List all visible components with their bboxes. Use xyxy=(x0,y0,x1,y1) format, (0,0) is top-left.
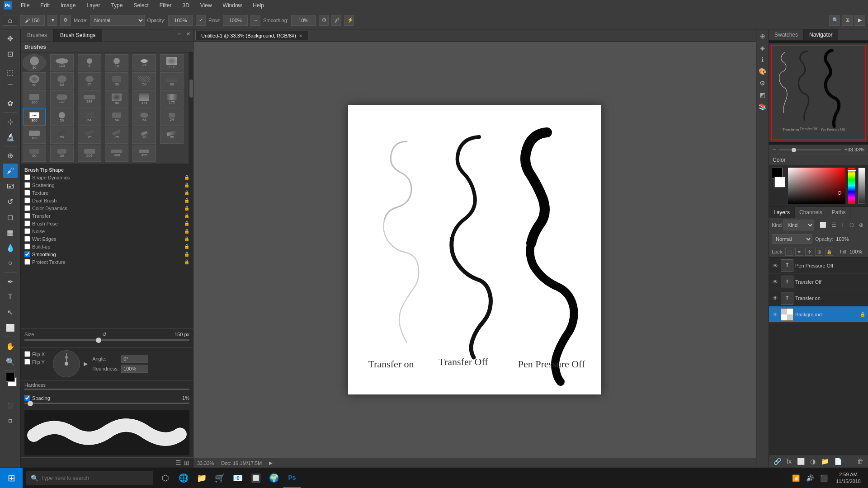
scattering-check[interactable] xyxy=(24,182,30,188)
system-clock[interactable]: 2:59 AM 11/15/2018 xyxy=(832,471,864,485)
opacity-airbrush-btn[interactable]: ✓ xyxy=(196,15,206,26)
lock-position-btn[interactable]: ✣ xyxy=(805,248,813,256)
layer-visibility-toggle[interactable]: 👁 xyxy=(772,278,779,286)
search-input[interactable] xyxy=(41,475,148,481)
hand-tool[interactable]: ✋ xyxy=(3,339,18,353)
spacing-check[interactable] xyxy=(24,395,30,401)
rs-icon-5[interactable]: ⚙ xyxy=(758,78,768,88)
texture-check[interactable] xyxy=(24,190,30,196)
hue-cursor[interactable] xyxy=(847,169,856,171)
canvas-document[interactable]: Transfer on Transfer Off Pen Pressure Of… xyxy=(348,105,601,394)
texture-row[interactable]: Texture 🔒 xyxy=(24,189,189,197)
flip-y-check[interactable] xyxy=(24,359,30,365)
layer-visibility-toggle[interactable]: 👁 xyxy=(772,311,779,318)
spacing-track[interactable] xyxy=(24,403,189,404)
tray-network-icon[interactable]: 📶 xyxy=(790,474,802,483)
brush-item[interactable]: 85 xyxy=(160,127,184,144)
size-reset-icon[interactable]: ↺ xyxy=(102,331,107,338)
alpha-bar[interactable] xyxy=(858,168,865,204)
brush-item[interactable]: 25 xyxy=(78,72,101,89)
panel-close-btn[interactable]: ✕ xyxy=(184,29,193,42)
transfer-row[interactable]: Transfer 🔒 xyxy=(24,212,189,220)
tab-swatches[interactable]: Swatches xyxy=(769,29,804,40)
text-tool[interactable]: T xyxy=(3,290,18,304)
taskbar-photoshop-icon[interactable]: Ps xyxy=(283,468,301,488)
mode-select[interactable]: Normal xyxy=(90,15,145,26)
brush-picker-btn[interactable]: ▼ xyxy=(47,15,57,26)
brush-item[interactable]: 80 xyxy=(105,90,128,108)
fill-adjustment-btn[interactable]: ◑ xyxy=(808,457,817,466)
dual-brush-check[interactable] xyxy=(24,197,30,203)
protect-texture-row[interactable]: Protect Texture 🔒 xyxy=(24,258,189,266)
menu-type[interactable]: Type xyxy=(109,1,124,9)
task-view-btn[interactable]: ⬡ xyxy=(156,468,175,488)
brush-item[interactable]: 495 xyxy=(132,145,156,162)
layer-item-background[interactable]: 👁 Background 🔒 xyxy=(769,306,868,323)
layer-filter-type[interactable]: T xyxy=(840,221,846,229)
zoom-in-btn[interactable]: + xyxy=(844,146,848,153)
shape-tool[interactable]: ⬜ xyxy=(3,320,18,335)
shape-dynamics-row[interactable]: Shape Dynamics 🔒 xyxy=(24,174,189,181)
scattering-row[interactable]: Scattering 🔒 xyxy=(24,181,189,189)
zoom-out-btn[interactable]: − xyxy=(773,146,776,153)
angle-dial[interactable] xyxy=(53,350,80,377)
flow-value[interactable]: 100% xyxy=(223,15,248,26)
layer-item[interactable]: 👁 T Pen Pressure Off xyxy=(769,258,868,274)
status-arrow-btn[interactable]: ▶ xyxy=(269,460,273,465)
color-gradient-picker[interactable] xyxy=(788,168,845,204)
buildup-check[interactable] xyxy=(24,244,30,249)
taskbar-store-icon[interactable]: 🛒 xyxy=(211,468,229,488)
lock-artboards-btn[interactable]: ⊞ xyxy=(815,248,823,256)
path-select-tool[interactable]: ↖ xyxy=(3,305,18,319)
rs-icon-4[interactable]: 🎨 xyxy=(758,66,768,76)
brush-item[interactable]: 112 xyxy=(160,54,184,71)
new-layer-btn[interactable]: 📄 xyxy=(832,457,844,466)
brush-scrollbar[interactable] xyxy=(189,52,193,164)
zoom-slider-thumb[interactable] xyxy=(792,148,796,152)
zoom-slider[interactable] xyxy=(779,149,841,150)
smoothing-check[interactable] xyxy=(24,251,30,257)
quick-mask-btn[interactable]: ⬛ xyxy=(3,398,18,413)
taskbar-explorer-icon[interactable]: 📁 xyxy=(193,468,211,488)
brush-item[interactable]: 10 xyxy=(105,54,128,71)
search-btn[interactable]: 🔍 xyxy=(829,15,840,26)
navigator-preview[interactable]: Transfer on Transfer Off Pen Pressure Of… xyxy=(769,41,868,145)
layer-filter-shape[interactable]: ⬡ xyxy=(848,221,856,229)
brush-item[interactable]: 8 xyxy=(78,54,101,71)
color-picker-cursor[interactable] xyxy=(838,191,841,195)
screen-mode-btn[interactable]: ▶ xyxy=(854,15,865,26)
brush-item[interactable]: 50 xyxy=(50,72,74,89)
menu-layer[interactable]: Layer xyxy=(85,1,102,9)
size-slider-track[interactable] xyxy=(24,339,189,341)
brush-item[interactable]: 54 xyxy=(105,108,128,126)
menu-window[interactable]: Window xyxy=(221,1,244,9)
shape-dynamics-check[interactable] xyxy=(24,174,30,180)
eyedropper-tool[interactable]: 🔬 xyxy=(3,130,18,144)
noise-check[interactable] xyxy=(24,228,30,234)
layer-visibility-toggle[interactable]: 👁 xyxy=(772,262,779,269)
lock-transparent-btn[interactable]: ⬚ xyxy=(785,248,793,256)
lock-pixels-btn[interactable]: ✒ xyxy=(795,248,803,256)
dodge-tool[interactable]: ○ xyxy=(3,256,18,270)
brush-item[interactable]: 60 xyxy=(23,145,46,162)
rs-icon-7[interactable]: 📚 xyxy=(758,102,768,112)
menu-view[interactable]: View xyxy=(198,1,214,9)
brush-item[interactable]: 100 xyxy=(23,90,46,108)
tab-navigator[interactable]: Navigator xyxy=(804,29,838,40)
canvas-tab-close[interactable]: ✕ xyxy=(299,33,302,38)
menu-image[interactable]: Image xyxy=(59,1,77,9)
tab-brush-settings[interactable]: Brush Settings xyxy=(54,29,102,42)
foreground-color[interactable] xyxy=(6,373,15,382)
layers-blend-mode[interactable]: Normal xyxy=(772,234,812,244)
menu-edit[interactable]: Edit xyxy=(38,1,52,9)
gradient-tool[interactable]: ▦ xyxy=(3,225,18,239)
history-brush-tool[interactable]: ↺ xyxy=(3,194,18,209)
brush-item[interactable]: 54 xyxy=(132,108,156,126)
add-mask-btn[interactable]: ⬜ xyxy=(795,457,807,466)
rs-icon-2[interactable]: ◈ xyxy=(758,43,768,53)
brush-item[interactable]: 50 xyxy=(50,108,74,126)
brush-tip-shape-row[interactable]: Brush Tip Shape xyxy=(24,166,189,174)
tab-paths[interactable]: Paths xyxy=(827,207,851,218)
zoom-tool[interactable]: 🔍 xyxy=(3,354,18,369)
brush-pose-row[interactable]: Brush Pose 🔒 xyxy=(24,220,189,227)
